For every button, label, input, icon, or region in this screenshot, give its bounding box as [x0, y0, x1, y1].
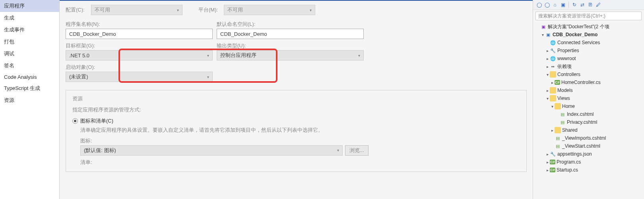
tree-item[interactable]: ▤_ViewStart.cshtml	[535, 142, 642, 150]
chevron-down-icon: ▾	[358, 53, 360, 58]
folder-icon	[550, 87, 556, 94]
tree-item[interactable]: 🌐Connected Services	[535, 39, 642, 47]
expand-arrow-icon[interactable]	[545, 160, 550, 164]
forward-icon[interactable]: ◯	[543, 1, 551, 8]
left-tab-panel: 应用程序生成生成事件打包调试签名Code AnalysisTypeScript …	[0, 0, 60, 199]
globe-icon: 🌐	[550, 39, 556, 46]
chevron-down-icon: ▾	[177, 8, 179, 12]
tree-item[interactable]: Home	[535, 102, 642, 110]
tree-item[interactable]: ▤_ViewImports.cshtml	[535, 134, 642, 142]
expand-arrow-icon[interactable]	[540, 33, 545, 37]
tree-item[interactable]: C#HomeController.cs	[535, 78, 642, 86]
left-tab[interactable]: TypeScript 生成	[0, 82, 59, 94]
config-label: 配置(C):	[66, 6, 89, 14]
tree-item[interactable]: Views	[535, 94, 642, 102]
folder-icon	[550, 71, 556, 78]
output-type-dropdown[interactable]: 控制台应用程序▾	[217, 50, 364, 60]
references-icon: ▪▪	[550, 63, 556, 70]
file-icon: ▤	[555, 143, 561, 149]
copy-icon[interactable]: 🖹	[587, 1, 594, 8]
tree-item[interactable]: Controllers	[535, 70, 642, 78]
expand-arrow-icon[interactable]	[545, 168, 550, 172]
csharp-icon: C#	[550, 160, 555, 164]
expand-arrow-icon[interactable]	[545, 96, 550, 101]
platform-dropdown: 不可用▾	[224, 5, 315, 15]
left-tab[interactable]: Code Analysis	[0, 72, 59, 82]
expand-arrow-icon[interactable]	[545, 49, 550, 53]
tree-item-label: Views	[557, 96, 570, 101]
file-icon: ▤	[559, 111, 566, 117]
icon-dropdown[interactable]: (默认值: 图标)▾	[80, 145, 343, 156]
tree-item[interactable]: 🔧Properties	[535, 47, 642, 55]
left-tab[interactable]: 应用程序	[0, 0, 59, 12]
radio-icon	[72, 118, 78, 124]
tree-item[interactable]: Models	[535, 86, 642, 94]
left-tab[interactable]: 资源	[0, 94, 59, 106]
tree-item[interactable]: C#Startup.cs	[535, 166, 642, 174]
solution-search-input[interactable]: 搜索解决方案资源管理器(Ctrl+;)	[535, 12, 642, 20]
properties-main-panel: 配置(C): 不可用▾ 平台(M): 不可用▾ 程序集名称(N): CDB_Do…	[60, 0, 533, 199]
project-icon: ▣	[545, 31, 551, 38]
assembly-name-input[interactable]: CDB_Docker_Demo	[66, 29, 213, 39]
csharp-icon: C#	[550, 168, 555, 172]
tree-item[interactable]: ▤Privacy.cshtml	[535, 118, 642, 126]
solution-node[interactable]: ▣ 解决方案"DockerTest"(2 个项	[535, 23, 642, 31]
manifest-help-text: 清单确定应用程序的具体设置。要嵌入自定义清单，请首先将它添加到项目中，然后从以下…	[80, 126, 520, 134]
left-tab[interactable]: 生成	[0, 12, 59, 24]
expand-arrow-icon[interactable]	[545, 88, 550, 93]
solution-explorer: ◯ ◯ ⌂ ▣ ↻ ⇄ 🖹 🖉 搜索解决方案资源管理器(Ctrl+;) ▣ 解决…	[533, 0, 644, 199]
csharp-icon: C#	[555, 80, 560, 85]
back-icon[interactable]: ◯	[535, 1, 543, 8]
json-icon: 🔧	[550, 151, 556, 157]
manifest-label: 清单:	[80, 159, 520, 166]
tree-item[interactable]: ▣CDB_Docker_Demo	[535, 31, 642, 39]
tree-item-label: Properties	[557, 48, 579, 53]
file-icon: ▤	[555, 135, 561, 141]
browse-button[interactable]: 浏览...	[345, 145, 369, 156]
expand-arrow-icon[interactable]	[550, 104, 555, 109]
solution-icon: ▣	[540, 23, 547, 30]
sync-icon[interactable]: ▣	[559, 1, 566, 8]
expand-arrow-icon[interactable]	[545, 64, 550, 69]
folder-icon	[550, 95, 556, 101]
config-dropdown: 不可用▾	[91, 5, 182, 15]
collapse-icon[interactable]: ⇄	[579, 1, 586, 8]
chevron-down-icon: ▾	[337, 148, 339, 152]
left-tab[interactable]: 生成事件	[0, 24, 59, 36]
target-framework-label: 目标框架(G):	[66, 42, 213, 49]
left-tab[interactable]: 签名	[0, 60, 59, 72]
tree-item[interactable]: Shared	[535, 126, 642, 134]
chevron-down-icon: ▾	[207, 53, 209, 58]
home-icon[interactable]: ⌂	[551, 1, 559, 8]
left-tab[interactable]: 打包	[0, 36, 59, 48]
tree-item-label: HomeController.cs	[561, 80, 601, 85]
tree-item-label: CDB_Docker_Demo	[553, 32, 597, 37]
solution-tree: ▣ 解决方案"DockerTest"(2 个项 ▣CDB_Docker_Demo…	[533, 22, 644, 199]
tree-item-label: Controllers	[557, 72, 580, 77]
tree-item[interactable]: 🔧appsettings.json	[535, 150, 642, 158]
tree-item-label: _ViewStart.cshtml	[562, 143, 600, 149]
resources-title: 资源	[72, 95, 520, 102]
expand-arrow-icon[interactable]	[545, 72, 550, 77]
default-namespace-input[interactable]: CDB_Docker_Demo	[217, 29, 364, 39]
expand-arrow-icon[interactable]	[550, 80, 555, 85]
icon-manifest-radio[interactable]: 图标和清单(C)	[72, 117, 520, 125]
properties-icon[interactable]: 🖉	[595, 1, 602, 8]
tree-item-label: appsettings.json	[557, 151, 592, 157]
tree-item[interactable]: ▤Index.cshtml	[535, 110, 642, 118]
tree-item[interactable]: 🌐wwwroot	[535, 55, 642, 62]
left-tab[interactable]: 调试	[0, 48, 59, 60]
tree-item[interactable]: C#Program.cs	[535, 158, 642, 166]
expand-arrow-icon[interactable]	[545, 152, 550, 156]
tree-item-label: Index.cshtml	[567, 111, 594, 117]
target-framework-dropdown[interactable]: .NET 5.0▾	[66, 50, 213, 60]
tree-item-label: Program.cs	[557, 159, 581, 165]
tree-item-label: 依赖项	[557, 63, 572, 70]
chevron-down-icon: ▾	[207, 75, 209, 79]
expand-arrow-icon[interactable]	[545, 57, 550, 61]
startup-object-dropdown[interactable]: (未设置)▾	[66, 72, 213, 82]
expand-arrow-icon[interactable]	[550, 128, 555, 133]
refresh-icon[interactable]: ↻	[571, 1, 578, 8]
assembly-name-label: 程序集名称(N):	[66, 21, 213, 28]
tree-item[interactable]: ▪▪依赖项	[535, 62, 642, 70]
